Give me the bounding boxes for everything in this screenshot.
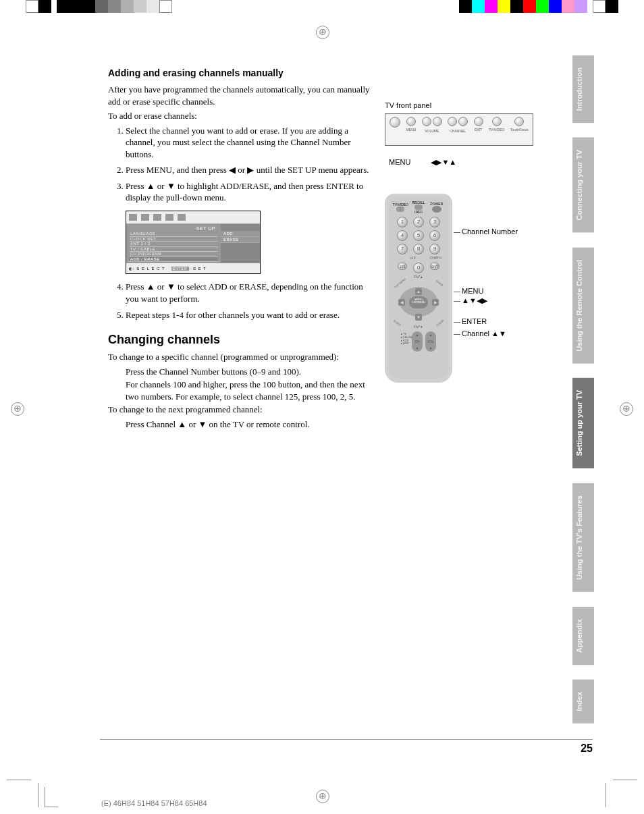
page-number: 25 [100,739,593,755]
menu-item-selected: ADD / ERASE [129,257,218,263]
callout-menu: MENU [462,287,540,295]
num-button-5: 5 [413,230,424,241]
power-button-icon [432,206,441,213]
crop-mark-icon [590,767,637,807]
callout-channel-updown: Channel ▲▼ [462,329,540,337]
touchfocus-button-icon [514,117,524,126]
volume-down-icon [422,117,431,126]
menu-footer: ◐: S E L E C T ENTER: S E T [126,263,260,273]
section-heading: Adding and erasing channels manually [108,67,375,78]
footer-model-text: (E) 46H84 51H84 57H84 65H84 [101,799,207,807]
step-item: Press ▲ or ▼ to highlight ADD/ERASE, and… [126,180,375,204]
menu-item: TV / CABLE [129,247,218,252]
dpad-right-icon: ▶ [432,299,439,306]
num-button-7: 7 [397,244,408,254]
registration-mark-icon: ⊕ [316,790,329,803]
tab-appendix: Appendix [572,607,594,665]
printer-color-bar [0,0,644,26]
figure-label: TV front panel [385,101,540,109]
callout-enter: ENTER [462,317,540,325]
registration-mark-icon: ⊕ [620,402,633,416]
menu-tab-icon [153,214,161,221]
menu-header: SET UP [129,225,218,232]
menu-option: ERASE [221,237,260,243]
exit-button-icon [474,117,483,126]
num-button-9: 9 [429,244,440,254]
menu-button-icon [406,117,416,126]
mode-selector: TV CBL/SAT VCR DVD [401,331,409,352]
num-button-8: 8 [413,244,424,254]
crop-mark-icon [7,767,54,807]
recall-button-icon [414,205,423,210]
callout-channel-number: Channel Number [462,227,540,236]
chapter-tabs: Introduction Connecting your TV Using th… [572,55,594,724]
menu-item: LANGUAGE [129,232,218,237]
ent-button-icon: ENT [430,263,439,270]
menu-item: ANT 1 / 2 [129,242,218,247]
num-button-4: 4 [397,230,408,241]
body-text: To change to the next programmed channel… [108,404,375,416]
menu-enter-button-icon: MENU CHCMENU [409,296,428,308]
tab-introduction: Introduction [572,55,594,123]
callout-arrows: ▲▼◀▶ [462,296,540,305]
menu-tab-icon [141,214,149,221]
menu-option: ADD [221,231,260,237]
tab-index: Index [572,680,594,724]
body-text: After you have programmed the channels a… [108,84,375,107]
color-bar [459,0,618,13]
body-text: To add or erase channels: [108,110,375,122]
body-text: To change to a specific channel (program… [108,351,375,363]
onscreen-menu-diagram: SET UP LANGUAGE CLOCK SET ANT 1 / 2 TV /… [126,211,261,275]
num-button-3: 3 [429,217,440,227]
arrow-glyphs-icon: ◀▶▼▲ [431,158,456,167]
channel-up-icon [458,117,468,126]
tab-features: Using the TV's Features [572,483,594,592]
main-text-column: Adding and erasing channels manually Aft… [108,67,375,431]
remote-callouts: Channel Number MENU ▲▼◀▶ ENTER Channel ▲… [452,194,540,383]
tab-setting-up: Setting up your TV [572,378,594,468]
power-button-icon [390,117,400,128]
volume-rocker-icon: ▲VOL▼ [425,331,436,352]
tab-remote: Using the Remote Control [572,248,594,364]
tab-connecting: Connecting your TV [572,138,594,233]
dpad: TOP MENU GUIDE ▲ ▼ ◀ ▶ MENU CHCMENU SLEE… [393,281,444,322]
menu-item: CH PROGRAM [129,252,218,257]
menu-item: CLOCK SET [129,237,218,242]
menu-tab-icon [165,214,173,221]
grayscale-bar [26,0,172,13]
channel-rocker-icon: ▲CH▼ [412,331,423,352]
tv-front-panel-diagram: MENU VOLUME CHANNEL EXIT TV/VIDEO TouchF… [385,113,533,146]
tvvideo-button-icon [396,207,404,212]
registration-mark-icon: ⊕ [11,402,24,416]
remote-control-diagram: TV/VIDEO RECALLINFO POWER 1 2 3 4 5 6 7 … [385,194,452,383]
step-item: Press ▲ or ▼ to select ADD or ERASE, dep… [126,281,375,304]
registration-mark-icon: ⊕ [316,26,329,39]
step-item: Select the channel you want to add or er… [126,125,375,161]
num-button-100: 100 [398,263,407,270]
step-item: Press MENU, and then press ◀ or ▶ until … [126,164,375,176]
body-text: Press Channel ▲ or ▼ on the TV or remote… [126,418,375,431]
num-button-2: 2 [413,217,424,227]
num-button-0: 0 [413,263,424,273]
menu-tab-icon [178,214,186,221]
menu-tab-icon [129,214,137,221]
dpad-up-icon: ▲ [415,288,422,295]
step-item: Repeat steps 1-4 for other channels you … [126,309,375,321]
tvvideo-button-icon [492,117,502,126]
figure-column: TV front panel MENU VOLUME CHANNEL EXIT … [385,67,540,383]
caption-text: MENU [389,158,410,167]
volume-up-icon [433,117,442,126]
dpad-down-icon: ▼ [415,314,422,321]
section-heading: Changing channels [108,333,375,347]
body-text: For channels 100 and higher, press the 1… [126,379,375,402]
channel-down-icon [448,117,457,126]
num-button-6: 6 [429,230,440,241]
body-text: Press the Channel Number buttons (0–9 an… [126,366,375,378]
dpad-left-icon: ◀ [398,299,405,306]
num-button-1: 1 [397,217,408,227]
